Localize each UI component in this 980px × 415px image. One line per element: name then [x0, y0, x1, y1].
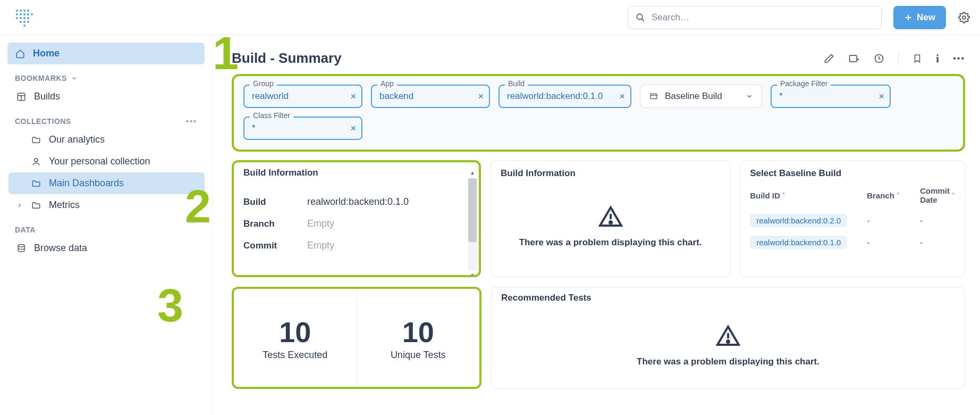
sidebar-item-main-dashboards[interactable]: Main Dashboards [9, 172, 205, 194]
col-branch[interactable]: Branch˄ [867, 186, 920, 204]
svg-point-0 [16, 10, 18, 12]
build-id-link[interactable]: realworld:backend:0.2.0 [750, 214, 847, 227]
pencil-icon [824, 53, 834, 64]
scrollbar-thumb[interactable] [468, 178, 477, 242]
filter-group[interactable]: Group realworld × [243, 85, 362, 108]
card-plus-icon [848, 53, 860, 64]
filter-label: App [377, 79, 397, 88]
folder-icon [31, 201, 41, 210]
clear-icon[interactable]: × [878, 91, 884, 102]
svg-point-26 [18, 244, 24, 247]
info-button[interactable]: i [936, 52, 939, 65]
page-title: Build - Summary [232, 50, 342, 67]
svg-line-18 [641, 19, 644, 21]
outline-icon [649, 92, 658, 101]
settings-button[interactable] [957, 12, 971, 23]
clear-icon[interactable]: × [350, 123, 356, 134]
scroll-up-icon[interactable]: ▲ [468, 170, 477, 176]
filter-app[interactable]: App backend × [371, 85, 490, 108]
database-icon [16, 244, 27, 253]
clear-icon[interactable]: × [478, 91, 484, 102]
cards-row: Build Information Build realworld:backen… [232, 160, 965, 277]
app-logo[interactable] [15, 9, 33, 27]
filter-build[interactable]: Build realworld:backend:0.1.0 × [499, 85, 631, 108]
separator [898, 52, 899, 65]
sidebar-section-collections[interactable]: COLLECTIONS ••• [7, 107, 205, 129]
table-row: Branch Empty [243, 213, 469, 235]
filter-class[interactable]: Class Filter * × [243, 117, 362, 140]
info-icon: i [936, 52, 939, 65]
svg-point-13 [20, 21, 22, 23]
filter-label: Class Filter [250, 111, 293, 120]
chevron-right-icon[interactable] [16, 202, 23, 209]
more-button[interactable]: ••• [953, 54, 965, 63]
svg-point-4 [16, 13, 18, 15]
card-title: Select Baseline Build [750, 168, 955, 179]
scroll-down-icon[interactable]: ▼ [468, 272, 477, 277]
row-key: Branch [243, 219, 307, 229]
scrollbar[interactable]: ▲ ▼ [468, 178, 477, 271]
filter-value: * [252, 123, 256, 134]
chevron-down-icon [71, 75, 78, 81]
edit-button[interactable] [824, 53, 834, 64]
svg-point-1 [20, 10, 22, 12]
card-title: Build Information [501, 168, 720, 179]
ellipsis-icon[interactable]: ••• [186, 117, 197, 126]
sidebar-item-label: Builds [34, 91, 60, 102]
row-key: Build [243, 197, 307, 208]
row-value: Empty [307, 240, 334, 251]
page-header: Build - Summary i ••• [232, 50, 965, 67]
filter-value: backend [379, 91, 413, 102]
svg-point-9 [16, 17, 18, 19]
sidebar-item-personal-collection[interactable]: Your personal collection [9, 151, 205, 172]
gear-icon [958, 12, 970, 23]
dashboard-icon [16, 92, 27, 102]
sidebar-item-browse-data[interactable]: Browse data [9, 237, 205, 259]
filter-label: Group [250, 79, 277, 88]
sidebar-item-home[interactable]: Home [7, 43, 205, 64]
bookmark-button[interactable] [913, 53, 922, 64]
svg-point-7 [27, 13, 29, 15]
col-build-id[interactable]: Build ID˄ [750, 186, 867, 204]
sidebar-section-bookmarks[interactable]: BOOKMARKS [7, 64, 205, 86]
add-card-button[interactable] [848, 53, 860, 64]
test-stats-card: 10 Tests Executed 10 Unique Tests [232, 287, 481, 389]
dropdown-label: Baseline Build [665, 91, 722, 102]
filter-value: realworld:backend:0.1.0 [507, 91, 603, 102]
new-button[interactable]: New [893, 6, 946, 29]
build-info-chart-card: Build Information There was a problem di… [491, 160, 730, 277]
search-box[interactable] [628, 6, 882, 29]
filter-package[interactable]: Package Filter * × [771, 85, 891, 108]
stat-label: Unique Tests [391, 350, 446, 361]
sidebar-item-builds[interactable]: Builds [9, 86, 205, 107]
svg-rect-27 [850, 55, 857, 62]
table-row: realworld:backend:0.2.0 - - [750, 210, 955, 231]
cell: - [920, 216, 923, 226]
clear-icon[interactable]: × [350, 91, 356, 102]
svg-point-8 [31, 13, 33, 15]
svg-point-35 [727, 341, 729, 343]
svg-point-11 [23, 17, 26, 19]
col-commit-date[interactable]: Commit Date˄ [920, 186, 955, 204]
search-icon [636, 13, 645, 22]
folder-icon [31, 135, 41, 145]
cell: - [867, 238, 869, 247]
sidebar-item-our-analytics[interactable]: Our analytics [9, 129, 205, 151]
clear-icon[interactable]: × [619, 91, 625, 102]
cell: - [867, 216, 869, 226]
baseline-build-dropdown[interactable]: Baseline Build [640, 85, 762, 108]
sidebar: Home BOOKMARKS Builds COLLECTIONS ••• Ou… [0, 35, 213, 415]
filter-value: realworld [252, 91, 289, 102]
sidebar-item-label: Metrics [49, 200, 80, 211]
stat-unique-tests: 10 Unique Tests [357, 289, 480, 387]
svg-point-10 [20, 17, 22, 19]
filters-panel: Group realworld × App backend × Build re… [232, 74, 965, 152]
filter-label: Build [505, 79, 528, 88]
stat-tests-executed: 10 Tests Executed [234, 289, 357, 387]
history-button[interactable] [874, 53, 884, 64]
build-id-link[interactable]: realworld:backend:0.1.0 [750, 236, 847, 249]
header-actions: i ••• [824, 52, 965, 65]
search-input[interactable] [652, 12, 874, 23]
sidebar-item-metrics[interactable]: Metrics [9, 194, 205, 216]
svg-point-14 [23, 21, 26, 23]
